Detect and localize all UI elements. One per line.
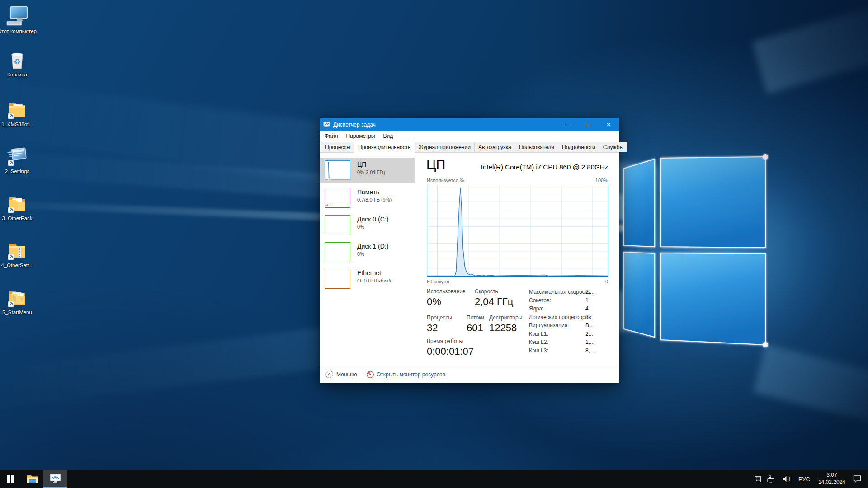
desktop-icon-startmenu[interactable]: 5_StartMenu — [0, 288, 37, 315]
tab-app-history[interactable]: Журнал приложений — [415, 142, 475, 152]
desktop-icon-settings[interactable]: 2_Settings — [0, 147, 37, 174]
fewer-details-label: Меньше — [336, 371, 357, 378]
desktop-icon-label: Этот компьютер — [0, 28, 37, 34]
tab-details[interactable]: Подробности — [558, 142, 599, 152]
stat-threads-label: Потоки — [467, 314, 484, 321]
desktop-screen: Этот компьютер ♻ Корзина 1_KMS38of... — [0, 0, 868, 488]
spec-row-l1-cache: Кэш L1: 2... — [529, 331, 609, 337]
cpu-usage-chart — [427, 185, 608, 277]
grid-icon — [755, 476, 761, 482]
menubar: Файл Параметры Вид — [320, 131, 619, 141]
menu-file[interactable]: Файл — [321, 132, 342, 140]
desktop-icon-kms38[interactable]: 1_KMS38of... — [0, 100, 37, 127]
show-desktop-button[interactable] — [865, 470, 868, 488]
chart-top-labels: Используется % 100% — [427, 178, 608, 183]
tray-network[interactable] — [764, 470, 779, 488]
window-title: Диспетчер задач — [333, 122, 376, 128]
performance-sidebar: ЦП 0% 2,04 ГГц Память 0,7/8,0 ГБ (9%) — [320, 153, 415, 366]
tray-hidden-icons[interactable] — [752, 470, 764, 488]
performance-pane: ЦП 0% 2,04 ГГц Память 0,7/8,0 ГБ (9%) — [320, 153, 619, 383]
tab-performance[interactable]: Производительность — [354, 141, 415, 153]
settings-shortcut-icon — [7, 147, 28, 167]
window-footer: Меньше Открыть монитор ресурсов — [320, 366, 619, 383]
tab-users[interactable]: Пользователи — [515, 142, 558, 152]
sidebar-item-title: Память — [357, 188, 392, 196]
network-ethernet-icon — [767, 475, 776, 483]
disk0-thumbnail — [325, 215, 350, 235]
stat-usage-value: 0% — [427, 296, 441, 308]
menu-view[interactable]: Вид — [379, 132, 397, 140]
minimize-icon — [565, 125, 569, 125]
disk1-thumbnail — [325, 242, 350, 262]
folder-shortcut-icon — [7, 100, 28, 120]
task-manager-window: Диспетчер задач ✕ Файл Параметры Вид Про… — [320, 118, 619, 383]
ethernet-thumbnail — [325, 269, 350, 289]
light-beam — [754, 344, 868, 438]
sidebar-item-memory[interactable]: Память 0,7/8,0 ГБ (9%) — [320, 186, 415, 211]
tray-clock[interactable]: 3:07 14.02.2024 — [814, 472, 849, 486]
desktop-icon-recycle-bin[interactable]: ♻ Корзина — [0, 50, 37, 78]
close-icon: ✕ — [606, 122, 611, 127]
taskbar-task-manager-button[interactable] — [43, 470, 67, 488]
sidebar-item-subtitle: 0% — [357, 224, 388, 230]
menu-options[interactable]: Параметры — [342, 132, 379, 140]
light-beam — [752, 0, 868, 94]
system-tray: РУС 3:07 14.02.2024 — [752, 470, 868, 488]
stat-handles-value: 12258 — [489, 322, 517, 334]
stat-processes-label: Процессы — [427, 314, 452, 321]
stat-speed-value: 2,04 ГГц — [475, 296, 513, 308]
tray-language-indicator[interactable]: РУС — [794, 476, 814, 483]
chevron-up-circle-icon — [326, 371, 333, 378]
tray-volume[interactable] — [779, 470, 794, 488]
desktop-icon-this-pc[interactable]: Этот компьютер — [0, 6, 37, 34]
tab-startup[interactable]: Автозагрузка — [474, 142, 515, 152]
sidebar-item-title: Диск 1 (D:) — [357, 243, 388, 250]
start-button[interactable] — [0, 470, 22, 488]
clock-time: 3:07 — [818, 472, 845, 479]
taskbar: РУС 3:07 14.02.2024 — [0, 470, 868, 488]
minimize-button[interactable] — [557, 118, 577, 131]
speaker-icon — [783, 475, 791, 483]
desktop-icon-label: Корзина — [0, 71, 37, 78]
sidebar-item-subtitle: 0% — [357, 251, 388, 257]
recycle-bin-icon: ♻ — [7, 50, 27, 70]
titlebar[interactable]: Диспетчер задач ✕ — [320, 118, 619, 131]
spec-row-sockets: Сокетов: 1 — [529, 297, 609, 304]
maximize-button[interactable] — [577, 118, 598, 131]
cpu-sparkline — [325, 161, 350, 180]
spec-row-virtualization: Виртуализация: В... — [529, 322, 609, 328]
svg-text:♻: ♻ — [14, 57, 20, 66]
desktop-icon-label: 4_OtherSett... — [0, 262, 37, 268]
action-center-button[interactable] — [849, 470, 865, 488]
stat-usage-label: Использование — [427, 288, 466, 295]
spec-row-l2-cache: Кэш L2: 1,... — [529, 339, 609, 345]
stat-uptime-value: 0:00:01:07 — [427, 346, 474, 357]
sidebar-item-disk1[interactable]: Диск 1 (D:) 0% — [320, 240, 415, 265]
chart-ylabel: Используется % — [427, 178, 464, 183]
clock-date: 14.02.2024 — [818, 479, 845, 486]
resource-monitor-icon — [367, 371, 374, 378]
windows-start-icon — [7, 475, 14, 483]
sidebar-item-cpu[interactable]: ЦП 0% 2,04 ГГц — [320, 158, 415, 183]
sidebar-item-subtitle: 0% 2,04 ГГц — [357, 169, 385, 175]
taskbar-file-explorer-button[interactable] — [22, 470, 43, 488]
sidebar-item-disk0[interactable]: Диск 0 (C:) 0% — [320, 213, 415, 238]
memory-sparkline — [325, 188, 350, 207]
task-manager-app-icon — [323, 121, 330, 128]
folder-shortcut-icon — [7, 288, 28, 308]
sidebar-item-subtitle: 0,7/8,0 ГБ (9%) — [357, 197, 392, 202]
cpu-thumbnail — [325, 160, 350, 180]
fewer-details-button[interactable]: Меньше — [326, 371, 357, 378]
desktop-icon-otherpack[interactable]: 3_OtherPack — [0, 194, 37, 221]
sidebar-item-ethernet[interactable]: Ethernet О: 0 П: 0 кбит/с — [320, 267, 415, 291]
tab-services[interactable]: Службы — [599, 142, 627, 152]
tab-processes[interactable]: Процессы — [321, 142, 354, 152]
desktop-icon-othersett[interactable]: 4_OtherSett... — [0, 241, 37, 268]
sidebar-item-title: ЦП — [357, 161, 385, 168]
close-button[interactable]: ✕ — [598, 118, 619, 131]
open-resource-monitor-link[interactable]: Открыть монитор ресурсов — [367, 371, 445, 378]
memory-thumbnail — [325, 188, 350, 208]
action-center-icon — [853, 475, 862, 483]
desktop-icon-label: 3_OtherPack — [0, 215, 37, 221]
file-explorer-icon — [27, 474, 38, 484]
